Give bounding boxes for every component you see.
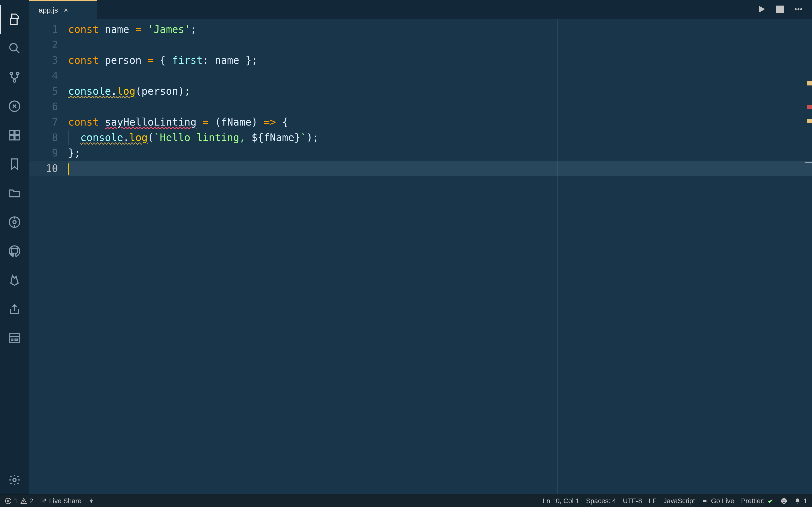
- code-area[interactable]: const name = 'James'; const person = { f…: [68, 19, 812, 495]
- split-editor-icon[interactable]: [775, 4, 785, 15]
- status-errors[interactable]: 1 2: [5, 497, 33, 505]
- svg-point-1: [10, 72, 13, 75]
- explorer-icon[interactable]: [0, 5, 29, 34]
- more-icon[interactable]: [794, 4, 803, 15]
- tab-actions: [757, 0, 812, 19]
- svg-point-3: [13, 80, 16, 82]
- status-prettier[interactable]: Prettier:: [741, 497, 774, 505]
- tab-label: app.js: [39, 6, 58, 14]
- settings-gear-icon[interactable]: [0, 465, 29, 495]
- firebase-icon[interactable]: [0, 266, 29, 294]
- source-control-icon[interactable]: [0, 63, 29, 92]
- search-icon[interactable]: [0, 34, 29, 63]
- share-icon[interactable]: [0, 294, 29, 324]
- token-op: =: [135, 23, 141, 35]
- tab-app-js[interactable]: app.js ×: [29, 0, 97, 19]
- status-bar: 1 2 Live Share Ln 10, Col 1 Spaces: 4 UT…: [0, 495, 812, 507]
- status-eol[interactable]: LF: [649, 497, 657, 505]
- status-encoding[interactable]: UTF-8: [623, 497, 642, 505]
- editor-group: app.js × 12345678910 const name = 'James…: [29, 0, 812, 495]
- editor-cursor: [68, 163, 69, 175]
- svg-rect-8: [15, 136, 19, 140]
- svg-point-2: [16, 72, 19, 75]
- status-feedback[interactable]: [780, 498, 788, 504]
- activity-bar: [0, 0, 29, 495]
- svg-point-20: [783, 500, 784, 501]
- line-gutter: 12345678910: [29, 19, 68, 495]
- status-notifications[interactable]: 1: [794, 497, 807, 505]
- gitlens-icon[interactable]: [0, 208, 29, 237]
- code-editor[interactable]: 12345678910 const name = 'James'; const …: [29, 19, 812, 495]
- svg-point-19: [781, 498, 787, 504]
- svg-rect-5: [10, 131, 14, 135]
- status-golive[interactable]: Go Live: [702, 497, 734, 505]
- svg-point-15: [798, 8, 800, 10]
- svg-point-21: [785, 500, 785, 501]
- main-area: app.js × 12345678910 const name = 'James…: [0, 0, 812, 495]
- overview-ruler: [805, 19, 812, 495]
- bookmarks-icon[interactable]: [0, 150, 29, 179]
- svg-rect-7: [10, 136, 14, 140]
- tab-bar: app.js ×: [29, 0, 812, 19]
- token-keyword: const: [68, 23, 99, 35]
- svg-point-14: [795, 8, 797, 10]
- debug-icon[interactable]: [0, 92, 29, 121]
- folder-icon[interactable]: [0, 179, 29, 208]
- svg-point-10: [13, 221, 16, 224]
- github-icon[interactable]: [0, 237, 29, 266]
- run-icon[interactable]: [757, 4, 767, 15]
- editor-ruler: [557, 19, 558, 495]
- svg-rect-6: [15, 131, 19, 135]
- status-indentation[interactable]: Spaces: 4: [586, 497, 616, 505]
- svg-point-16: [800, 8, 802, 10]
- status-cursor-position[interactable]: Ln 10, Col 1: [543, 497, 579, 505]
- token-ident: name: [105, 23, 129, 35]
- svg-point-12: [13, 478, 16, 482]
- close-icon[interactable]: ×: [64, 6, 68, 14]
- status-liveshare[interactable]: Live Share: [40, 497, 82, 505]
- status-language[interactable]: JavaScript: [663, 497, 695, 505]
- browser-preview-icon[interactable]: [0, 324, 29, 352]
- svg-point-0: [10, 44, 17, 51]
- status-quick-action[interactable]: [88, 498, 95, 504]
- svg-point-18: [704, 500, 706, 502]
- extensions-icon[interactable]: [0, 121, 29, 150]
